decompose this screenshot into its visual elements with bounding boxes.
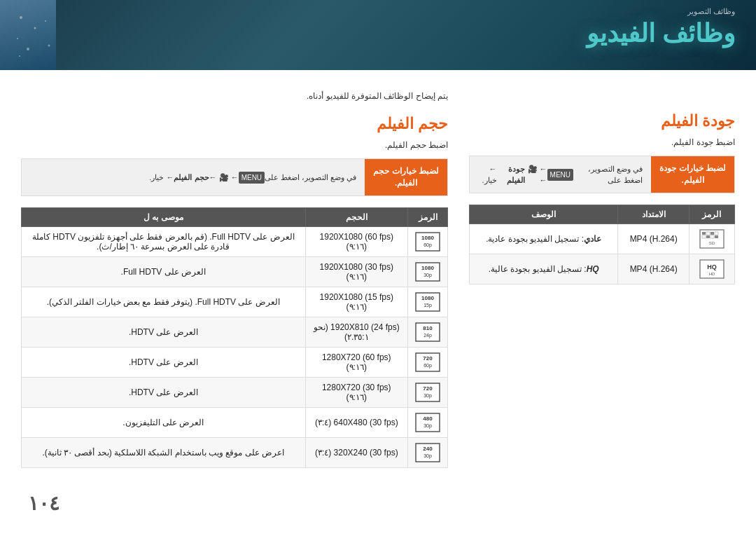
row-rec: العرض على Full HDTV. (قم بالعرض فقط على … xyxy=(22,227,306,257)
svg-point-3 xyxy=(45,20,46,22)
col-description: الوصف xyxy=(470,205,618,224)
table-row: 1080 15p 1920X1080 (15 fps) (٩:١٦) العرض… xyxy=(22,287,448,317)
table-row: 720 60p 1280X720 (60 fps) (٩:١٦) العرض ع… xyxy=(22,348,448,378)
row-icon: 1080 15p xyxy=(408,287,448,317)
svg-text:30p: 30p xyxy=(424,423,432,429)
svg-text:30p: 30p xyxy=(424,273,432,278)
svg-text:1080: 1080 xyxy=(421,235,434,241)
svg-text:60p: 60p xyxy=(424,242,432,248)
row-rec: العرض على HDTV. xyxy=(22,317,306,348)
svg-text:240: 240 xyxy=(423,446,433,452)
page-number: ١٠٤ xyxy=(28,492,59,515)
row-size: 1920X810 (24 fps) (نحو ٢.٣٥:١) xyxy=(305,317,408,348)
col-recommendation: موصى به ل xyxy=(22,208,306,227)
row-size: 1920X1080 (15 fps) (٩:١٦) xyxy=(305,287,408,317)
row-size: 1920X1080 (30 fps) (٩:١٦) xyxy=(305,257,408,287)
svg-text:720: 720 xyxy=(423,355,433,362)
row-icon: 1080 30p xyxy=(408,257,448,287)
svg-rect-35 xyxy=(706,235,710,238)
row-size: 320X240 (30 fps) (٣:٤) xyxy=(305,438,408,468)
svg-point-5 xyxy=(48,45,50,47)
quality-instruction-box: لضبط خيارات جودةالفيلم. في وضع التصوير، … xyxy=(469,156,735,193)
table-row: 240 30p 320X240 (30 fps) (٣:٤) اعرض على … xyxy=(22,438,448,468)
quality-table: الرمز الامتداد الوصف xyxy=(469,205,735,284)
row-rec: العرض على HDTV. xyxy=(22,378,306,408)
table-row: SD MP4 (H.264) عادي: تسجيل الفيديو بجودة… xyxy=(470,224,735,254)
quality-instruction-btn[interactable]: لضبط خيارات جودةالفيلم. xyxy=(651,156,734,193)
row-icon: HQ HD xyxy=(689,254,734,284)
table-row: 480 30p 640X480 (30 fps) (٣:٤) العرض على… xyxy=(22,408,448,438)
row-size: 1920X1080 (60 fps) (٩:١٦) xyxy=(305,227,408,257)
row-size: 1280X720 (30 fps) (٩:١٦) xyxy=(305,378,408,408)
row-extension: MP4 (H.264) xyxy=(618,254,690,284)
header-content: وظائف التصوير وظائف الفيديو xyxy=(587,7,735,48)
row-rec: العرض على HDTV. xyxy=(22,348,306,378)
svg-text:1080: 1080 xyxy=(421,295,434,301)
svg-rect-36 xyxy=(710,232,714,235)
size-instruction-btn[interactable]: لضبط خيارات حجمالفيلم. xyxy=(365,159,447,195)
header-bar: وظائف التصوير وظائف الفيديو xyxy=(0,0,756,70)
col-extension: الامتداد xyxy=(618,205,690,224)
page-main-title: وظائف الفيديو xyxy=(587,19,735,48)
row-rec: اعرض على موقع ويب باستخدام الشبكة اللاسل… xyxy=(22,438,306,468)
svg-point-6 xyxy=(19,55,20,57)
row-desc: عادي: تسجيل الفيديو بجودة عادية. xyxy=(470,224,618,254)
svg-text:810: 810 xyxy=(423,325,433,331)
size-instruction-box: لضبط خيارات حجمالفيلم. في وضع التصوير، ا… xyxy=(21,158,448,196)
size-instruction-text: في وضع التصوير، اضغط على MENU ← 🎥 ← حجم … xyxy=(22,159,365,195)
svg-text:30p: 30p xyxy=(424,393,432,399)
row-rec: العرض على Full HDTV. xyxy=(22,257,306,287)
row-icon: 240 30p xyxy=(408,438,448,468)
svg-text:1080: 1080 xyxy=(421,265,434,271)
svg-text:24p: 24p xyxy=(424,333,432,338)
row-icon: 480 30p xyxy=(408,408,448,438)
col-icon: الرمز xyxy=(689,205,734,224)
size-section: يتم إيضاح الوظائف المتوفرة للفيديو أدناه… xyxy=(21,84,448,522)
svg-text:480: 480 xyxy=(423,415,433,422)
svg-rect-39 xyxy=(715,235,718,238)
row-icon: SD xyxy=(689,224,734,254)
svg-text:15p: 15p xyxy=(424,303,432,308)
quality-section-intro: اضبط جودة الفيلم. xyxy=(469,137,735,147)
row-icon: 720 30p xyxy=(408,378,448,408)
table-row: 810 24p 1920X810 (24 fps) (نحو ٢.٣٥:١) ا… xyxy=(22,317,448,348)
table-row: 1080 30p 1920X1080 (30 fps) (٩:١٦) العرض… xyxy=(22,257,448,287)
svg-point-0 xyxy=(20,16,22,19)
main-content: يتم إيضاح الوظائف المتوفرة للفيديو أدناه… xyxy=(0,70,756,536)
table-row: HQ HD MP4 (H.264) HQ: تسجيل الفيديو بجود… xyxy=(470,254,735,284)
row-icon: 720 60p xyxy=(408,348,448,378)
svg-point-4 xyxy=(27,48,29,50)
size-section-intro: اضبط حجم الفيلم. xyxy=(21,140,448,150)
svg-text:HQ: HQ xyxy=(707,263,717,270)
quality-instruction-text: في وضع التصوير، اضغط على MENU ← 🎥 ← جودة… xyxy=(470,156,651,193)
row-desc: HQ: تسجيل الفيديو بجودة عالية. xyxy=(470,254,618,284)
row-size: 1280X720 (60 fps) (٩:١٦) xyxy=(305,348,408,378)
svg-text:720: 720 xyxy=(423,385,433,392)
row-extension: MP4 (H.264) xyxy=(618,224,690,254)
quality-section: جودة الفيلم اضبط جودة الفيلم. لضبط خيارا… xyxy=(469,84,735,522)
col-icon: الرمز xyxy=(408,208,448,227)
svg-point-2 xyxy=(17,38,18,39)
svg-text:30p: 30p xyxy=(424,453,432,459)
size-table: الرمز الحجم موصى به ل 1080 60p xyxy=(21,207,448,468)
row-icon: 1080 60p xyxy=(408,227,448,257)
size-section-title: حجم الفيلم xyxy=(21,115,448,133)
svg-text:60p: 60p xyxy=(424,363,432,369)
right-intro: يتم إيضاح الوظائف المتوفرة للفيديو أدناه… xyxy=(21,91,448,101)
svg-rect-32 xyxy=(702,232,706,235)
svg-point-1 xyxy=(34,27,36,29)
row-icon: 810 24p xyxy=(408,317,448,348)
row-rec: العرض على Full HDTV. (يتوفر فقط مع بعض خ… xyxy=(22,287,306,317)
col-size: الحجم xyxy=(305,208,408,227)
breadcrumb: وظائف التصوير xyxy=(587,7,735,16)
table-row: 1080 60p 1920X1080 (60 fps) (٩:١٦) العرض… xyxy=(22,227,448,257)
quality-section-title: جودة الفيلم xyxy=(469,112,735,130)
svg-text:HD: HD xyxy=(709,272,715,276)
row-rec: العرض على التليفزيون. xyxy=(22,408,306,438)
row-size: 640X480 (30 fps) (٣:٤) xyxy=(305,408,408,438)
table-row: 720 30p 1280X720 (30 fps) (٩:١٦) العرض ع… xyxy=(22,378,448,408)
svg-text:SD: SD xyxy=(709,241,715,245)
